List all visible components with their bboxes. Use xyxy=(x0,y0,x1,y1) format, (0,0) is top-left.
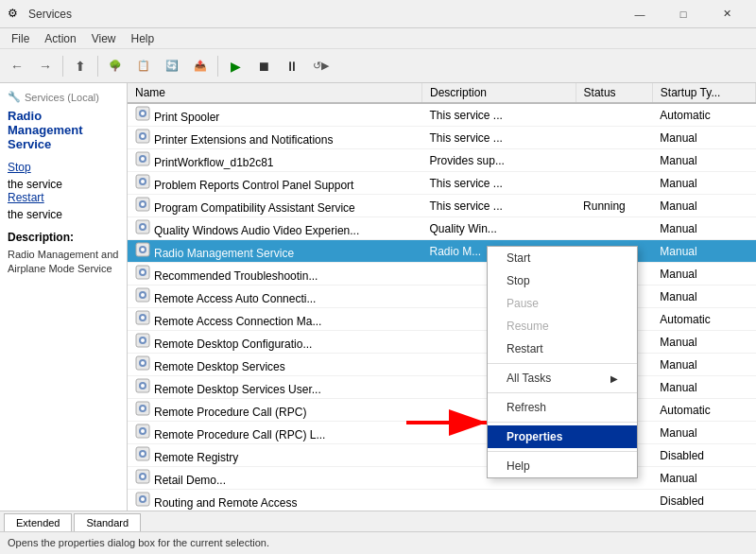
menu-view[interactable]: View xyxy=(84,30,124,47)
description-header: Description: xyxy=(8,231,119,244)
service-row-icon xyxy=(135,287,150,303)
right-panel: Name Description Status Startup Ty... Pr… xyxy=(128,83,756,511)
service-title: Radio Management Service xyxy=(8,109,119,151)
service-name-text: Print Spooler xyxy=(154,111,219,124)
table-row[interactable]: Remote Desktop Configuratio...Manual xyxy=(128,331,756,354)
service-startup-text: Manual xyxy=(652,195,755,217)
service-name-text: Remote Desktop Services xyxy=(154,360,285,373)
table-row[interactable]: Retail Demo...Manual xyxy=(128,467,756,490)
service-status-text xyxy=(576,490,652,511)
export-button[interactable]: 📤 xyxy=(187,53,214,79)
service-row-icon xyxy=(135,333,150,348)
service-startup-text: Manual xyxy=(652,149,755,172)
title-bar-controls: — □ ✕ xyxy=(618,0,748,28)
menu-bar: File Action View Help xyxy=(0,28,756,49)
service-description-text: Quality Win... xyxy=(422,217,576,240)
service-description-text xyxy=(422,490,576,511)
table-row[interactable]: Remote Access Connection Ma...RunningAut… xyxy=(128,308,756,331)
services-local-icon: 🔧 xyxy=(8,91,21,103)
services-table[interactable]: Name Description Status Startup Ty... Pr… xyxy=(128,83,756,511)
col-header-description[interactable]: Description xyxy=(422,83,576,103)
service-startup-text: Automatic xyxy=(652,308,755,331)
restart-suffix: the service xyxy=(8,208,62,221)
service-row-icon xyxy=(135,355,150,371)
left-panel-header: 🔧 Services (Local) xyxy=(8,91,119,103)
context-menu-item-start[interactable]: Start xyxy=(488,247,637,269)
up-button[interactable]: ⬆ xyxy=(67,53,94,79)
table-row[interactable]: Remote Access Auto Connecti...Manual xyxy=(128,286,756,308)
maximize-button[interactable]: □ xyxy=(662,0,705,28)
close-button[interactable]: ✕ xyxy=(705,0,748,28)
svg-point-29 xyxy=(141,316,145,320)
stop-service-link[interactable]: Stop xyxy=(8,161,119,174)
service-startup-text: Manual xyxy=(652,217,755,240)
forward-button[interactable]: → xyxy=(32,53,59,79)
table-row[interactable]: Printer Extensions and NotificationsThis… xyxy=(128,127,756,149)
tab-extended[interactable]: Extended xyxy=(4,513,72,531)
service-row-icon xyxy=(135,219,150,234)
restart-service-button[interactable]: ↺▶ xyxy=(307,53,334,79)
service-startup-text: Automatic xyxy=(652,399,755,422)
context-menu-item-help[interactable]: Help xyxy=(488,455,637,477)
table-row[interactable]: Routing and Remote AccessDisabled xyxy=(128,490,756,511)
svg-point-17 xyxy=(141,225,145,229)
table-row[interactable]: Problem Reports Control Panel SupportThi… xyxy=(128,172,756,195)
minimize-button[interactable]: — xyxy=(618,0,662,28)
services-list: Name Description Status Startup Ty... Pr… xyxy=(128,83,756,511)
context-menu-item-restart[interactable]: Restart xyxy=(488,338,637,360)
table-row[interactable]: Quality Windows Audio Video Experien...Q… xyxy=(128,217,756,240)
back-button[interactable]: ← xyxy=(4,53,30,79)
context-menu-item-stop[interactable]: Stop xyxy=(488,269,637,292)
service-name-text: Remote Procedure Call (RPC) xyxy=(154,406,306,419)
service-name-text: Remote Access Auto Connecti... xyxy=(154,292,316,305)
context-menu-item-all-tasks[interactable]: All Tasks▶ xyxy=(488,367,637,390)
stop-service-button[interactable]: ⏹ xyxy=(250,53,277,79)
stop-service-link-container: Stop the service xyxy=(8,161,119,191)
service-name-text: Recommended Troubleshootin... xyxy=(154,269,318,283)
context-menu-item-refresh[interactable]: Refresh xyxy=(488,396,637,419)
menu-action[interactable]: Action xyxy=(37,30,83,47)
refresh-button[interactable]: 🔄 xyxy=(159,53,185,79)
table-row[interactable]: Program Compatibility Assistant ServiceT… xyxy=(128,195,756,217)
context-menu-separator xyxy=(488,392,637,393)
restart-service-link[interactable]: Restart xyxy=(8,191,119,204)
table-row[interactable]: Radio Management ServiceRadio M...Runnin… xyxy=(128,240,756,263)
service-name-text: Retail Demo... xyxy=(154,474,226,487)
toolbar-sep-2 xyxy=(97,56,98,77)
arrow-annotation xyxy=(406,408,501,440)
tab-standard[interactable]: Standard xyxy=(74,513,141,531)
table-row[interactable]: Remote Desktop ServicesManual xyxy=(128,354,756,376)
svg-point-5 xyxy=(141,134,145,138)
menu-file[interactable]: File xyxy=(4,30,37,47)
pause-service-button[interactable]: ⏸ xyxy=(279,53,305,79)
service-name-text: Remote Desktop Configuratio... xyxy=(154,338,312,351)
service-name-text: Quality Windows Audio Video Experien... xyxy=(154,224,359,237)
service-status-text: Running xyxy=(576,195,652,217)
service-row-icon xyxy=(135,492,150,507)
service-row-icon xyxy=(135,469,150,484)
svg-point-47 xyxy=(141,452,145,456)
table-row[interactable]: Remote Desktop Services User...Manual xyxy=(128,376,756,399)
main-area: 🔧 Services (Local) Radio Management Serv… xyxy=(0,83,756,511)
col-header-status[interactable]: Status xyxy=(576,83,652,103)
service-row-icon xyxy=(135,265,150,280)
svg-point-38 xyxy=(141,384,145,388)
table-row[interactable]: Remote RegistryDisabled xyxy=(128,444,756,467)
service-description-text: This service ... xyxy=(422,103,576,127)
service-startup-text: Automatic xyxy=(652,103,755,127)
start-service-button[interactable]: ▶ xyxy=(222,53,249,79)
table-row[interactable]: Recommended Troubleshootin...Manual xyxy=(128,263,756,286)
service-name-text: PrintWorkflow_d1b2c81 xyxy=(154,156,274,169)
table-row[interactable]: Print SpoolerThis service ...Automatic xyxy=(128,103,756,127)
col-header-startup[interactable]: Startup Ty... xyxy=(652,83,755,103)
restart-service-link-container: Restart the service xyxy=(8,191,119,221)
properties-button[interactable]: 📋 xyxy=(130,53,157,79)
show-hide-console-tree[interactable]: 🌳 xyxy=(102,53,129,79)
svg-point-32 xyxy=(141,338,145,342)
menu-help[interactable]: Help xyxy=(124,30,163,47)
context-menu-item-properties[interactable]: Properties xyxy=(488,425,637,448)
col-header-name[interactable]: Name xyxy=(128,83,422,103)
table-row[interactable]: PrintWorkflow_d1b2c81Provides sup...Manu… xyxy=(128,149,756,172)
svg-point-26 xyxy=(141,293,145,297)
context-menu-separator xyxy=(488,422,637,423)
